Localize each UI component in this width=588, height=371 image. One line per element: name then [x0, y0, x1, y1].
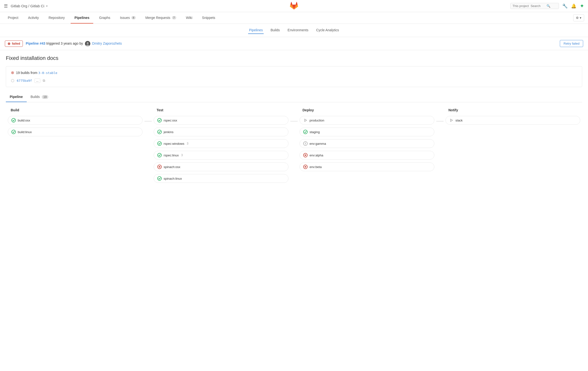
- settings-button[interactable]: ⚙ ▾: [573, 14, 584, 21]
- job-status-icon: [303, 141, 308, 146]
- nav-project[interactable]: Project: [4, 12, 22, 23]
- job-status-icon: [157, 176, 162, 181]
- tab-builds[interactable]: Builds 19: [27, 92, 52, 102]
- stage-jobs: rspec:osx jenkins rspec:windows 3 rspec:…: [152, 116, 290, 183]
- job-status-icon: [11, 130, 16, 134]
- commit-ellipsis[interactable]: ...: [34, 79, 40, 83]
- job-item-spinach:linux[interactable]: spinach:linux: [154, 174, 288, 183]
- job-status-icon: [157, 153, 162, 157]
- copy-button[interactable]: ⧉: [43, 79, 45, 83]
- subnav-builds[interactable]: Builds: [270, 27, 281, 34]
- subnav-environments[interactable]: Environments: [287, 27, 310, 34]
- bell-icon[interactable]: 🔔: [571, 3, 576, 9]
- job-count: 3: [187, 142, 189, 145]
- job-label: env:beta: [310, 165, 322, 169]
- pipeline-info: Pipeline #43 triggered 3 years ago by Dm…: [26, 41, 122, 46]
- job-item-slack[interactable]: slack: [445, 116, 580, 125]
- svg-point-6: [158, 118, 161, 122]
- job-label: env:alpha: [310, 153, 323, 157]
- nav-issues[interactable]: Issues 8: [116, 12, 140, 23]
- job-item-rspec:windows[interactable]: rspec:windows 3: [154, 139, 288, 148]
- nav-graphs[interactable]: Graphs: [95, 12, 114, 23]
- job-status-icon: [303, 165, 308, 169]
- job-count: 3: [181, 153, 183, 157]
- search-icon: 🔍: [546, 4, 550, 8]
- builds-tab-badge: 19: [42, 95, 48, 99]
- stage-header: Build: [6, 108, 145, 116]
- svg-marker-26: [451, 119, 452, 121]
- job-item-spinach:osx[interactable]: spinach:osx: [154, 162, 288, 171]
- sub-navigation: Pipelines Builds Environments Cycle Anal…: [0, 24, 588, 37]
- stage-jobs: production staging env:gamma env:alpha e…: [298, 116, 436, 171]
- branch-link[interactable]: 3-0-stable: [38, 71, 57, 75]
- wrench-icon[interactable]: 🔧: [562, 3, 567, 9]
- user-avatar: [85, 41, 90, 46]
- user-menu-icon[interactable]: ✦: [580, 3, 584, 9]
- svg-point-4: [12, 130, 16, 134]
- svg-point-3: [12, 118, 16, 122]
- username[interactable]: Dmitry Zaporozhets: [92, 41, 122, 45]
- job-status-icon: [449, 118, 453, 122]
- commit-hash[interactable]: 6775ba9f: [17, 79, 32, 82]
- job-item-rspec:linux[interactable]: rspec:linux 3: [154, 151, 288, 160]
- pipeline-graph: Build build:osx build:linux Test rspec:o…: [6, 108, 582, 183]
- hamburger-menu[interactable]: ☰: [4, 3, 8, 9]
- breadcrumb-caret: ▾: [46, 4, 48, 8]
- builds-info: ⊗ 19 builds from 3-0-stable: [11, 70, 577, 75]
- svg-point-16: [304, 130, 307, 134]
- svg-marker-15: [305, 119, 307, 121]
- stage-jobs: build:osx build:linux: [6, 116, 145, 136]
- gitlab-logo[interactable]: [290, 1, 298, 11]
- pipeline-number[interactable]: Pipeline #43: [26, 41, 45, 45]
- job-item-build:linux[interactable]: build:linux: [8, 128, 143, 136]
- main-navigation: Project Activity Repository Pipelines Gr…: [0, 12, 588, 24]
- svg-point-1: [87, 42, 89, 44]
- job-label: slack: [455, 119, 463, 122]
- builds-text: 19 builds from 3-0-stable: [16, 71, 57, 75]
- nav-merge-requests[interactable]: Merge Requests 7: [142, 12, 180, 23]
- job-item-build:osx[interactable]: build:osx: [8, 116, 143, 125]
- stage-connector-2: [436, 108, 443, 183]
- commit-row: ⬡ 6775ba9f ... ⧉: [11, 78, 577, 83]
- job-item-rspec:osx[interactable]: rspec:osx: [154, 116, 288, 125]
- nav-snippets[interactable]: Snippets: [198, 12, 219, 23]
- job-item-jenkins[interactable]: jenkins: [154, 128, 288, 136]
- job-status-icon: [11, 118, 16, 122]
- job-item-env:beta[interactable]: env:beta: [300, 162, 434, 171]
- status-left: ⊗ failed Pipeline #43 triggered 3 years …: [5, 40, 122, 47]
- job-status-icon: [157, 130, 162, 134]
- breadcrumb-text[interactable]: Gitlab Org / Gitlab Ci: [11, 4, 44, 8]
- stage-jobs: slack: [443, 116, 582, 125]
- subnav-cycle-analytics[interactable]: Cycle Analytics: [315, 27, 340, 34]
- svg-point-13: [158, 177, 161, 180]
- job-item-env:alpha[interactable]: env:alpha: [300, 151, 434, 160]
- search-input[interactable]: [513, 4, 546, 8]
- triggered-text: triggered 3 years ago by: [46, 41, 83, 45]
- stage-header: Test: [152, 108, 290, 116]
- tab-pipeline[interactable]: Pipeline: [6, 92, 27, 102]
- failed-badge: ⊗ failed: [5, 40, 23, 47]
- nav-activity[interactable]: Activity: [24, 12, 43, 23]
- job-item-staging[interactable]: staging: [300, 128, 434, 136]
- nav-wiki[interactable]: Wiki: [182, 12, 196, 23]
- stage-test: Test rspec:osx jenkins rspec:windows 3 r…: [152, 108, 290, 183]
- job-label: build:osx: [18, 119, 30, 122]
- job-item-env:gamma[interactable]: env:gamma: [300, 139, 434, 148]
- job-label: rspec:linux: [164, 153, 179, 157]
- subnav-pipelines[interactable]: Pipelines: [248, 27, 264, 34]
- job-status-icon: [303, 118, 308, 122]
- settings-caret: ▾: [580, 16, 581, 20]
- main-content: Fixed installation docs ⊗ 19 builds from…: [0, 50, 588, 188]
- status-label: failed: [12, 42, 20, 45]
- job-label: jenkins: [164, 130, 173, 134]
- job-label: rspec:windows: [164, 142, 184, 145]
- stage-connector-1: [290, 108, 298, 183]
- commit-dot-icon: ⬡: [11, 78, 14, 83]
- settings-icon: ⚙: [576, 16, 579, 20]
- stage-connector-0: [145, 108, 152, 183]
- job-item-production[interactable]: production: [300, 116, 434, 125]
- nav-repository[interactable]: Repository: [45, 12, 69, 23]
- nav-pipelines[interactable]: Pipelines: [71, 12, 93, 23]
- search-box[interactable]: 🔍: [510, 3, 559, 9]
- retry-failed-button[interactable]: Retry failed: [560, 40, 583, 47]
